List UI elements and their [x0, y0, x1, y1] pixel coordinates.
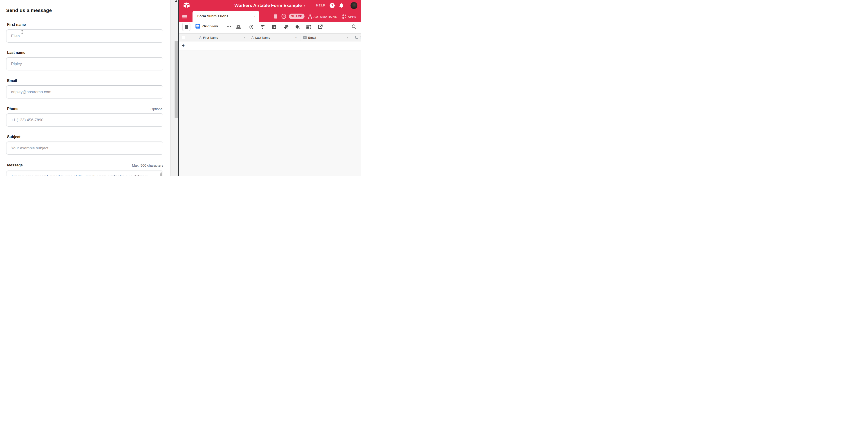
- search-icon[interactable]: [351, 24, 356, 30]
- subject-input[interactable]: [6, 142, 163, 155]
- first-name-label: First name: [7, 23, 26, 27]
- text-field-type-icon: A: [251, 36, 254, 39]
- phone-optional-hint: Optional: [150, 107, 163, 111]
- page-scrollbar-thumb[interactable]: [175, 41, 178, 118]
- grid-view-button[interactable]: Grid view: [195, 24, 218, 29]
- scroll-up-arrow-icon[interactable]: [160, 172, 162, 174]
- table-tab-chevron-down-icon[interactable]: [254, 14, 255, 18]
- select-all-checkbox[interactable]: [182, 36, 185, 39]
- column-separator[interactable]: [352, 34, 352, 41]
- sort-icon[interactable]: [284, 24, 288, 30]
- active-table-tab[interactable]: Form Submissions: [192, 11, 259, 22]
- add-record-row[interactable]: +: [179, 41, 361, 51]
- email-label: Email: [7, 79, 17, 83]
- screenshot-root: Send us a message First name Last name E…: [0, 0, 361, 176]
- help-button[interactable]: HELP: [316, 4, 326, 7]
- help-question-icon[interactable]: ?: [330, 3, 335, 8]
- toolbar-divider: [244, 24, 244, 30]
- filter-icon[interactable]: [260, 25, 265, 30]
- history-icon[interactable]: [281, 13, 286, 20]
- column-separator[interactable]: [301, 34, 301, 41]
- airtable-topbar: Workers Airtable Form Example HELP ?: [179, 0, 361, 11]
- textarea-scroll-thumb[interactable]: [160, 174, 162, 176]
- table-tab-bar: Form Submissions SHARE: [179, 11, 361, 22]
- apps-label: APPS: [348, 15, 356, 19]
- table-tab-label: Form Submissions: [197, 14, 228, 18]
- automations-icon: [308, 14, 312, 19]
- grid-view-icon: [195, 24, 200, 29]
- email-chevron-down-icon[interactable]: [347, 36, 348, 39]
- text-cursor-icon: [21, 30, 23, 34]
- automations-button[interactable]: AUTOMATIONS: [308, 14, 337, 19]
- subject-label: Subject: [7, 135, 21, 139]
- view-options-ellipsis-icon[interactable]: [227, 26, 232, 27]
- base-title[interactable]: Workers Airtable Form Example: [235, 3, 302, 8]
- share-view-icon[interactable]: [318, 24, 323, 30]
- view-toolbar: Grid view: [179, 22, 361, 33]
- group-records-icon[interactable]: [272, 25, 276, 30]
- textarea-scrollbar[interactable]: [160, 172, 163, 176]
- column-header-email[interactable]: Email: [303, 34, 352, 41]
- scrollbar-up-arrow-icon[interactable]: [175, 0, 177, 2]
- column-header-last-name[interactable]: A Last Name: [251, 34, 301, 41]
- apps-button[interactable]: APPS: [342, 14, 356, 19]
- hide-fields-icon[interactable]: [249, 25, 254, 30]
- email-input[interactable]: [6, 85, 163, 98]
- view-sidebar-toggle-button[interactable]: [182, 23, 190, 31]
- phone-field-type-icon: [354, 36, 358, 39]
- grid-header-row: A First Name A Last Name Email: [179, 33, 361, 41]
- user-avatar[interactable]: [350, 2, 358, 9]
- message-textarea[interactable]: Tenetur optio quaerat expedita vero et i…: [6, 171, 163, 176]
- apps-icon: [342, 14, 347, 19]
- last-name-label: Last name: [7, 51, 25, 55]
- airtable-window: Workers Airtable Form Example HELP ? For…: [179, 0, 361, 176]
- trash-icon[interactable]: [274, 13, 278, 20]
- base-title-chevron-down-icon[interactable]: [304, 4, 305, 7]
- add-record-plus-icon[interactable]: +: [182, 43, 185, 48]
- color-icon[interactable]: [294, 24, 300, 30]
- phone-input[interactable]: [6, 114, 163, 127]
- notifications-bell-icon[interactable]: [339, 3, 344, 9]
- last-name-chevron-down-icon[interactable]: [295, 36, 297, 39]
- column-header-phone[interactable]: Phone: [354, 34, 361, 41]
- last-name-input[interactable]: [6, 57, 163, 70]
- column-header-first-name[interactable]: A First Name: [199, 34, 249, 41]
- first-name-input[interactable]: [6, 29, 163, 42]
- first-name-chevron-down-icon[interactable]: [244, 36, 245, 39]
- text-field-type-icon: A: [199, 36, 202, 39]
- collaborators-icon[interactable]: [236, 24, 242, 31]
- hamburger-menu-icon[interactable]: [182, 15, 187, 19]
- form-title: Send us a message: [6, 8, 52, 13]
- grid-view-label: Grid view: [203, 24, 218, 28]
- row-height-icon[interactable]: [306, 25, 311, 30]
- message-label: Message: [7, 163, 23, 167]
- share-button[interactable]: SHARE: [289, 13, 305, 19]
- email-field-type-icon: [303, 36, 307, 39]
- phone-label: Phone: [7, 107, 19, 111]
- contact-form-pane: Send us a message First name Last name E…: [0, 0, 170, 176]
- message-max-hint: Max. 500 characters: [132, 163, 163, 167]
- page-scrollbar-track[interactable]: [170, 0, 179, 176]
- automations-label: AUTOMATIONS: [313, 15, 337, 19]
